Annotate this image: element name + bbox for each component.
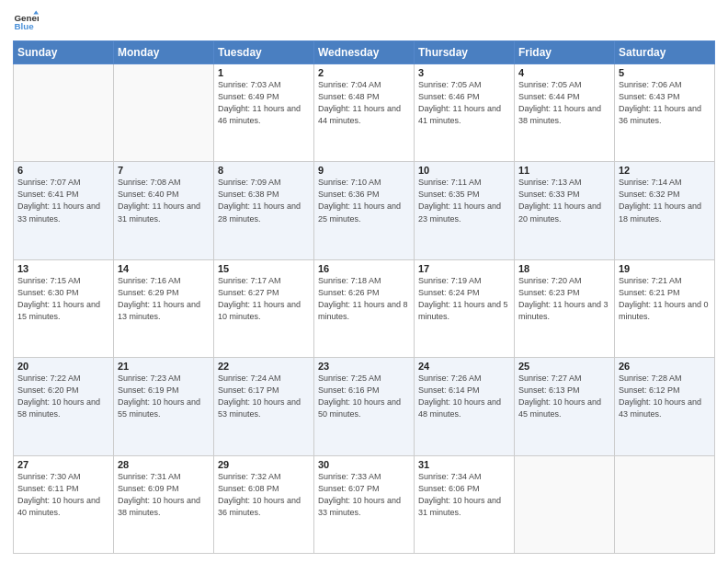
day-detail: Sunrise: 7:04 AMSunset: 6:48 PMDaylight:… [318, 79, 410, 127]
calendar-cell: 27Sunrise: 7:30 AMSunset: 6:11 PMDayligh… [14, 455, 114, 553]
day-number: 26 [619, 361, 711, 372]
day-number: 29 [218, 459, 310, 470]
col-header-wednesday: Wednesday [314, 41, 415, 64]
day-detail: Sunrise: 7:34 AMSunset: 6:06 PMDaylight:… [418, 471, 510, 519]
day-number: 8 [218, 165, 310, 176]
day-detail: Sunrise: 7:18 AMSunset: 6:26 PMDaylight:… [318, 275, 410, 323]
day-detail: Sunrise: 7:20 AMSunset: 6:23 PMDaylight:… [518, 275, 610, 323]
day-number: 10 [418, 165, 510, 176]
day-number: 21 [118, 361, 210, 372]
calendar-cell: 2Sunrise: 7:04 AMSunset: 6:48 PMDaylight… [314, 64, 415, 162]
day-number: 9 [318, 165, 410, 176]
calendar-cell [515, 455, 615, 553]
calendar-cell: 30Sunrise: 7:33 AMSunset: 6:07 PMDayligh… [314, 455, 415, 553]
day-number: 17 [418, 263, 510, 274]
day-detail: Sunrise: 7:15 AMSunset: 6:30 PMDaylight:… [17, 275, 109, 323]
header: General Blue [13, 9, 715, 35]
day-detail: Sunrise: 7:09 AMSunset: 6:38 PMDaylight:… [218, 177, 310, 224]
day-number: 27 [17, 459, 109, 470]
col-header-thursday: Thursday [415, 41, 515, 64]
day-number: 14 [118, 263, 210, 274]
day-detail: Sunrise: 7:08 AMSunset: 6:40 PMDaylight:… [118, 177, 210, 224]
week-row-5: 27Sunrise: 7:30 AMSunset: 6:11 PMDayligh… [14, 455, 715, 553]
day-detail: Sunrise: 7:16 AMSunset: 6:29 PMDaylight:… [118, 275, 210, 323]
calendar-cell: 9Sunrise: 7:10 AMSunset: 6:36 PMDaylight… [314, 162, 415, 259]
day-number: 11 [518, 165, 610, 176]
day-detail: Sunrise: 7:19 AMSunset: 6:24 PMDaylight:… [418, 275, 510, 323]
calendar-cell: 5Sunrise: 7:06 AMSunset: 6:43 PMDaylight… [615, 64, 715, 162]
day-detail: Sunrise: 7:07 AMSunset: 6:41 PMDaylight:… [17, 177, 109, 224]
day-detail: Sunrise: 7:14 AMSunset: 6:32 PMDaylight:… [619, 177, 711, 224]
logo: General Blue [13, 9, 39, 35]
day-number: 28 [118, 459, 210, 470]
day-number: 13 [17, 263, 109, 274]
calendar-cell: 19Sunrise: 7:21 AMSunset: 6:21 PMDayligh… [615, 259, 715, 357]
week-row-2: 6Sunrise: 7:07 AMSunset: 6:41 PMDaylight… [14, 162, 715, 259]
day-detail: Sunrise: 7:10 AMSunset: 6:36 PMDaylight:… [318, 177, 410, 224]
day-detail: Sunrise: 7:21 AMSunset: 6:21 PMDaylight:… [619, 275, 711, 323]
calendar-cell: 14Sunrise: 7:16 AMSunset: 6:29 PMDayligh… [114, 259, 214, 357]
logo-icon: General Blue [13, 9, 39, 35]
col-header-tuesday: Tuesday [214, 41, 314, 64]
col-header-friday: Friday [515, 41, 615, 64]
day-detail: Sunrise: 7:17 AMSunset: 6:27 PMDaylight:… [218, 275, 310, 323]
calendar-cell: 28Sunrise: 7:31 AMSunset: 6:09 PMDayligh… [114, 455, 214, 553]
calendar-cell [14, 64, 114, 162]
day-number: 2 [318, 67, 410, 78]
calendar-cell: 18Sunrise: 7:20 AMSunset: 6:23 PMDayligh… [515, 259, 615, 357]
calendar-table: SundayMondayTuesdayWednesdayThursdayFrid… [13, 40, 715, 554]
day-detail: Sunrise: 7:05 AMSunset: 6:44 PMDaylight:… [518, 79, 610, 127]
calendar-cell: 23Sunrise: 7:25 AMSunset: 6:16 PMDayligh… [314, 358, 415, 455]
week-row-4: 20Sunrise: 7:22 AMSunset: 6:20 PMDayligh… [14, 358, 715, 455]
day-detail: Sunrise: 7:25 AMSunset: 6:16 PMDaylight:… [318, 373, 410, 420]
calendar-cell: 11Sunrise: 7:13 AMSunset: 6:33 PMDayligh… [515, 162, 615, 259]
day-detail: Sunrise: 7:33 AMSunset: 6:07 PMDaylight:… [318, 471, 410, 519]
day-detail: Sunrise: 7:13 AMSunset: 6:33 PMDaylight:… [518, 177, 610, 224]
calendar-cell: 31Sunrise: 7:34 AMSunset: 6:06 PMDayligh… [415, 455, 515, 553]
calendar-cell: 24Sunrise: 7:26 AMSunset: 6:14 PMDayligh… [415, 358, 515, 455]
day-detail: Sunrise: 7:22 AMSunset: 6:20 PMDaylight:… [17, 373, 109, 420]
day-number: 16 [318, 263, 410, 274]
day-detail: Sunrise: 7:23 AMSunset: 6:19 PMDaylight:… [118, 373, 210, 420]
calendar-cell: 12Sunrise: 7:14 AMSunset: 6:32 PMDayligh… [615, 162, 715, 259]
calendar-header-row: SundayMondayTuesdayWednesdayThursdayFrid… [14, 41, 715, 64]
calendar-cell: 3Sunrise: 7:05 AMSunset: 6:46 PMDaylight… [415, 64, 515, 162]
day-number: 24 [418, 361, 510, 372]
week-row-1: 1Sunrise: 7:03 AMSunset: 6:49 PMDaylight… [14, 64, 715, 162]
col-header-saturday: Saturday [615, 41, 715, 64]
calendar-cell: 8Sunrise: 7:09 AMSunset: 6:38 PMDaylight… [214, 162, 314, 259]
day-detail: Sunrise: 7:30 AMSunset: 6:11 PMDaylight:… [17, 471, 109, 519]
day-detail: Sunrise: 7:03 AMSunset: 6:49 PMDaylight:… [218, 79, 310, 127]
day-number: 20 [17, 361, 109, 372]
calendar-cell: 20Sunrise: 7:22 AMSunset: 6:20 PMDayligh… [14, 358, 114, 455]
calendar-cell: 29Sunrise: 7:32 AMSunset: 6:08 PMDayligh… [214, 455, 314, 553]
day-detail: Sunrise: 7:24 AMSunset: 6:17 PMDaylight:… [218, 373, 310, 420]
day-number: 5 [619, 67, 711, 78]
day-number: 12 [619, 165, 711, 176]
day-detail: Sunrise: 7:26 AMSunset: 6:14 PMDaylight:… [418, 373, 510, 420]
day-number: 1 [218, 67, 310, 78]
calendar-cell: 15Sunrise: 7:17 AMSunset: 6:27 PMDayligh… [214, 259, 314, 357]
day-number: 25 [518, 361, 610, 372]
week-row-3: 13Sunrise: 7:15 AMSunset: 6:30 PMDayligh… [14, 259, 715, 357]
calendar-cell: 6Sunrise: 7:07 AMSunset: 6:41 PMDaylight… [14, 162, 114, 259]
col-header-sunday: Sunday [14, 41, 114, 64]
calendar-cell [114, 64, 214, 162]
day-number: 23 [318, 361, 410, 372]
day-number: 30 [318, 459, 410, 470]
day-number: 22 [218, 361, 310, 372]
calendar-cell: 25Sunrise: 7:27 AMSunset: 6:13 PMDayligh… [515, 358, 615, 455]
day-number: 7 [118, 165, 210, 176]
calendar-cell: 13Sunrise: 7:15 AMSunset: 6:30 PMDayligh… [14, 259, 114, 357]
svg-text:Blue: Blue [14, 21, 34, 31]
day-number: 6 [17, 165, 109, 176]
calendar-cell: 16Sunrise: 7:18 AMSunset: 6:26 PMDayligh… [314, 259, 415, 357]
day-detail: Sunrise: 7:27 AMSunset: 6:13 PMDaylight:… [518, 373, 610, 420]
day-detail: Sunrise: 7:11 AMSunset: 6:35 PMDaylight:… [418, 177, 510, 224]
calendar-cell [615, 455, 715, 553]
day-number: 4 [518, 67, 610, 78]
calendar-cell: 10Sunrise: 7:11 AMSunset: 6:35 PMDayligh… [415, 162, 515, 259]
calendar-cell: 1Sunrise: 7:03 AMSunset: 6:49 PMDaylight… [214, 64, 314, 162]
day-detail: Sunrise: 7:32 AMSunset: 6:08 PMDaylight:… [218, 471, 310, 519]
calendar-cell: 17Sunrise: 7:19 AMSunset: 6:24 PMDayligh… [415, 259, 515, 357]
